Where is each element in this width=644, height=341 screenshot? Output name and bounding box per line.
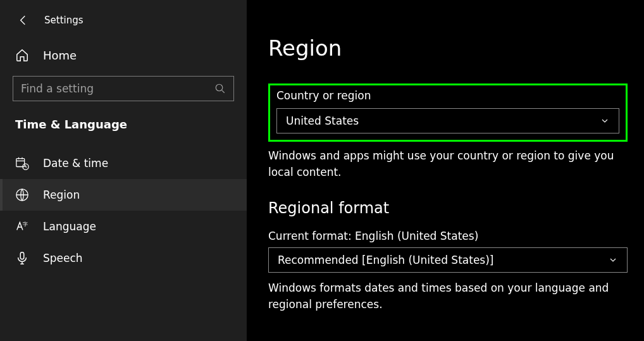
- format-dropdown-value: Recommended [English (United States)]: [278, 254, 494, 266]
- country-dropdown[interactable]: United States: [276, 108, 619, 133]
- page-title: Region: [268, 35, 628, 61]
- sidebar-item-region[interactable]: Region: [0, 179, 247, 211]
- current-format-label: Current format: English (United States): [268, 230, 628, 242]
- chevron-down-icon: [608, 255, 618, 265]
- home-label: Home: [43, 49, 77, 62]
- svg-rect-5: [20, 252, 24, 259]
- svg-point-0: [216, 84, 223, 91]
- sidebar-item-label: Language: [43, 220, 96, 233]
- sidebar: Settings Home Time & Language Date & tim…: [0, 0, 247, 341]
- search-icon: [214, 83, 226, 94]
- sidebar-item-label: Speech: [43, 252, 83, 264]
- country-description: Windows and apps might use your country …: [268, 148, 628, 180]
- globe-icon: [15, 188, 29, 202]
- home-icon: [15, 48, 29, 62]
- format-description: Windows formats dates and times based on…: [268, 280, 628, 313]
- search-box[interactable]: [13, 76, 234, 101]
- language-icon: 字: [15, 220, 29, 233]
- nav-list: Date & time Region 字 Language Speech: [0, 147, 247, 274]
- header-row: Settings: [0, 0, 247, 32]
- back-button[interactable]: [15, 13, 30, 28]
- sidebar-item-date-time[interactable]: Date & time: [0, 147, 247, 179]
- country-dropdown-value: United States: [286, 115, 359, 127]
- microphone-icon: [15, 251, 29, 265]
- svg-text:字: 字: [23, 221, 28, 227]
- format-dropdown[interactable]: Recommended [English (United States)]: [268, 247, 628, 273]
- sidebar-item-label: Region: [43, 189, 80, 201]
- back-arrow-icon: [16, 14, 29, 27]
- sidebar-item-language[interactable]: 字 Language: [0, 211, 247, 242]
- search-input[interactable]: [21, 82, 214, 95]
- calendar-clock-icon: [15, 156, 29, 170]
- settings-title: Settings: [44, 15, 84, 26]
- regional-format-heading: Regional format: [268, 199, 628, 217]
- sidebar-item-speech[interactable]: Speech: [0, 242, 247, 274]
- sidebar-item-label: Date & time: [43, 157, 108, 170]
- main-content: Region Country or region United States W…: [247, 0, 644, 341]
- chevron-down-icon: [600, 116, 610, 126]
- sidebar-group-title: Time & Language: [0, 101, 247, 137]
- home-nav[interactable]: Home: [0, 42, 247, 68]
- country-label: Country or region: [276, 89, 619, 102]
- highlight-annotation: Country or region United States: [268, 84, 628, 142]
